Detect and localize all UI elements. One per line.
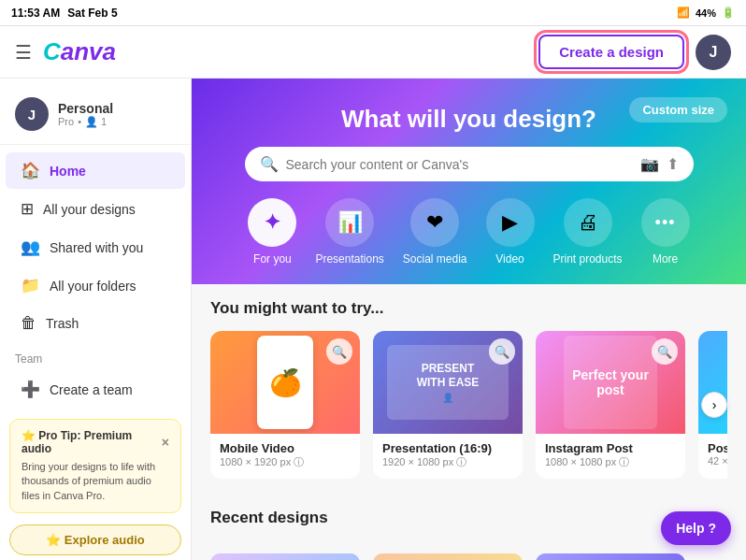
avatar[interactable]: J	[696, 35, 731, 70]
folder-icon: 📁	[21, 276, 40, 295]
pres-sub-text: 👤	[442, 393, 453, 403]
pres-text: PRESENTWITH EASE	[417, 362, 480, 389]
search-extra-icons: 📷 ⬆	[640, 155, 679, 173]
sidebar-label-create-team: Create a team	[50, 382, 133, 397]
sidebar-item-all-designs[interactable]: ⊞ All your designs	[6, 191, 185, 227]
sidebar-item-folders[interactable]: 📁 All your folders	[6, 267, 185, 304]
hero-title: What will you design?	[341, 105, 596, 134]
sidebar-item-create-team[interactable]: ➕ Create a team	[6, 371, 185, 408]
pro-badge: Pro	[58, 116, 74, 127]
card-search-icon-mobile[interactable]: 🔍	[326, 338, 352, 365]
try-section: You might want to try... 🍊 🔍 Mobile Vide…	[192, 284, 746, 494]
sidebar-label-shared: Shared with you	[50, 240, 143, 255]
profile-sub: Pro • 👤 1	[58, 116, 113, 128]
shared-icon: 👥	[21, 237, 40, 257]
pro-tip-box: ⭐ Pro Tip: Premium audio × Bring your de…	[9, 419, 181, 513]
try-cards-row: 🍊 🔍 Mobile Video 1080 × 1920 px ⓘ PRESEN…	[210, 331, 727, 479]
nav-right: Create a design J	[538, 35, 731, 70]
more-icon: •••	[655, 213, 676, 233]
social-label: Social media	[403, 252, 467, 266]
profile-name: Personal	[58, 101, 113, 116]
main-content: What will you design? Custom size 🔍 📷 ⬆ …	[192, 79, 746, 560]
sidebar-item-shared[interactable]: 👥 Shared with you	[6, 229, 185, 266]
recent-card-1[interactable]: ⬇ •••	[210, 553, 360, 560]
recent-section-header: Recent designs ⊞	[210, 509, 727, 540]
sidebar-label-folders: All your folders	[50, 279, 136, 294]
card-thumb-insta: Perfect your post 🔍	[536, 331, 685, 434]
recent-card-3[interactable]	[536, 553, 685, 560]
card-search-icon-insta[interactable]: 🔍	[652, 338, 678, 365]
recent-cards-row: ⬇ ••• ⬇ •••	[210, 553, 727, 560]
help-label: Help ?	[676, 521, 716, 536]
hero-section: What will you design? Custom size 🔍 📷 ⬆ …	[192, 79, 746, 284]
canva-logo: Canva	[43, 37, 116, 66]
presentations-icon-circle: 📊	[325, 198, 374, 247]
add-icon: ➕	[21, 380, 40, 399]
print-label: Print products	[553, 252, 623, 266]
for-you-icon: ✦	[264, 210, 280, 235]
layout: J Personal Pro • 👤 1 🏠 Home ⊞ All your d…	[0, 79, 746, 560]
print-icon-circle: 🖨	[564, 198, 612, 247]
create-design-button[interactable]: Create a design	[538, 35, 684, 69]
sidebar-item-home[interactable]: 🏠 Home	[6, 152, 185, 189]
team-section-label: Team	[0, 343, 191, 369]
wifi-icon: 📶	[677, 7, 690, 19]
category-print[interactable]: 🖨 Print products	[553, 198, 623, 266]
card-mobile-video[interactable]: 🍊 🔍 Mobile Video 1080 × 1920 px ⓘ	[210, 331, 360, 479]
category-video[interactable]: ▶ Video	[486, 198, 535, 266]
video-label: Video	[495, 252, 524, 266]
card-presentation[interactable]: PRESENTWITH EASE 👤 🔍 Presentation (16:9)…	[373, 331, 523, 479]
card-thumb-mobile: 🍊 🔍	[210, 331, 360, 434]
category-row: ✦ For you 📊 Presentations ❤ Social media	[248, 198, 689, 266]
search-input[interactable]	[286, 157, 633, 172]
help-button[interactable]: Help ?	[661, 511, 731, 545]
card-title-pres: Presentation (16:9)	[382, 441, 513, 455]
home-icon: 🏠	[21, 161, 40, 180]
card-body-mobile: Mobile Video 1080 × 1920 px ⓘ	[210, 434, 360, 479]
profile-avatar: J	[15, 97, 49, 131]
for-you-icon-circle: ✦	[248, 198, 296, 247]
card-sub-insta: 1080 × 1080 px ⓘ	[545, 455, 676, 469]
pro-tip-close-button[interactable]: ×	[162, 435, 169, 450]
recent-section-title: Recent designs	[210, 509, 328, 527]
presentations-label: Presentations	[315, 252, 383, 266]
card-sub-poster: 42 × 59.4 cm	[708, 455, 727, 467]
custom-size-button[interactable]: Custom size	[629, 97, 727, 122]
more-icon-circle: •••	[641, 198, 690, 247]
card-search-icon-pres[interactable]: 🔍	[489, 338, 515, 365]
recent-card-2[interactable]: ⬇ •••	[373, 553, 523, 560]
explore-audio-button[interactable]: ⭐ Explore audio	[9, 524, 181, 555]
video-icon-circle: ▶	[486, 198, 535, 247]
insta-thumb-inner: Perfect your post	[564, 336, 657, 429]
pro-tip-title: ⭐ Pro Tip: Premium audio	[22, 429, 162, 455]
nav-left: ☰ Canva	[15, 37, 116, 66]
for-you-label: For you	[253, 252, 292, 266]
profile-info: Personal Pro • 👤 1	[58, 101, 113, 128]
camera-icon[interactable]: 📷	[640, 155, 659, 173]
mobile-thumb-inner: 🍊	[257, 336, 313, 429]
card-instagram[interactable]: Perfect your post 🔍 Instagram Post 1080 …	[536, 331, 685, 479]
more-label: More	[653, 252, 678, 266]
grid-icon: ⊞	[21, 199, 34, 219]
top-nav: ☰ Canva Create a design J	[0, 26, 746, 79]
card-body-insta: Instagram Post 1080 × 1080 px ⓘ	[536, 434, 685, 479]
status-left: 11:53 AM Sat Feb 5	[11, 7, 118, 20]
category-for-you[interactable]: ✦ For you	[248, 198, 296, 266]
card-sub-pres: 1920 × 1080 px ⓘ	[382, 455, 513, 469]
pro-tip-header: ⭐ Pro Tip: Premium audio ×	[22, 429, 169, 455]
category-presentations[interactable]: 📊 Presentations	[315, 198, 383, 266]
date: Sat Feb 5	[67, 7, 117, 20]
upload-icon[interactable]: ⬆	[667, 155, 679, 173]
category-social-media[interactable]: ❤ Social media	[403, 198, 467, 266]
battery: 44%	[696, 7, 716, 19]
cards-next-chevron[interactable]: ›	[701, 392, 727, 418]
insta-text: Perfect your post	[564, 364, 657, 401]
sidebar-label-trash: Trash	[46, 316, 79, 331]
sidebar-item-trash[interactable]: 🗑 Trash	[6, 306, 185, 341]
category-more[interactable]: ••• More	[641, 198, 690, 266]
card-title-poster: Poster	[708, 441, 727, 455]
trash-icon: 🗑	[21, 314, 36, 333]
try-cards-wrapper: 🍊 🔍 Mobile Video 1080 × 1920 px ⓘ PRESEN…	[210, 331, 727, 479]
card-body-poster: Poster 42 × 59.4 cm	[698, 434, 727, 476]
menu-icon[interactable]: ☰	[15, 41, 32, 64]
